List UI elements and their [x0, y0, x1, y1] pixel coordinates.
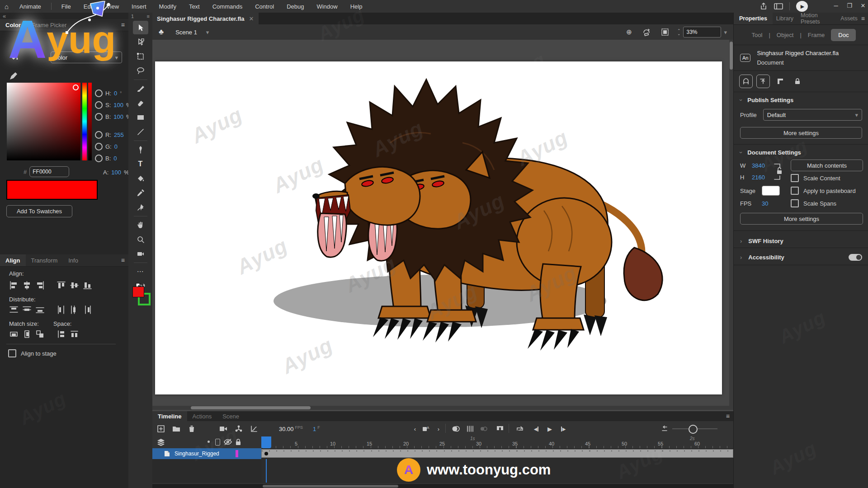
center-stage-icon[interactable]: ⊕ — [626, 28, 632, 36]
lock-layers-icon[interactable] — [235, 438, 241, 446]
new-folder-button[interactable] — [170, 423, 182, 434]
scale-content-checkbox[interactable] — [791, 174, 799, 182]
free-transform-tool[interactable] — [133, 50, 148, 63]
rulers-button[interactable] — [774, 75, 787, 88]
subtab-frame[interactable]: Frame — [802, 32, 830, 38]
distribute-left-button[interactable] — [57, 305, 66, 314]
hand-tool[interactable] — [133, 218, 148, 232]
tab-actions[interactable]: Actions — [187, 411, 217, 421]
swf-history-section[interactable]: › SWF History — [734, 234, 868, 248]
hue-slider[interactable] — [82, 83, 87, 160]
menu-commands[interactable]: Commands — [206, 0, 249, 13]
menu-control[interactable]: Control — [249, 0, 280, 13]
layer-row[interactable]: Singhasur_Rigged — [152, 448, 261, 459]
link-wh-icon[interactable] — [772, 161, 783, 182]
b2-value[interactable]: 0 — [113, 155, 117, 162]
menu-file[interactable]: File — [55, 0, 77, 13]
accessibility-section[interactable]: › Accessibility — [734, 250, 868, 264]
color-picker-cursor[interactable] — [73, 84, 79, 90]
menu-text[interactable]: Text — [183, 0, 206, 13]
g-radio[interactable] — [95, 143, 103, 150]
clip-content-icon[interactable] — [661, 28, 669, 36]
zoom-tool[interactable] — [133, 233, 148, 246]
pen-tool[interactable] — [133, 143, 148, 156]
menu-modify[interactable]: Modify — [153, 0, 183, 13]
workspace-icon[interactable] — [774, 3, 783, 10]
docsettings-collapse-chevron-icon[interactable]: › — [738, 151, 745, 153]
canvas-pasteboard[interactable] — [152, 40, 733, 411]
onion-skin-button[interactable] — [450, 423, 462, 434]
subtab-tool[interactable]: Tool — [746, 32, 768, 38]
paint-bucket-tool[interactable] — [133, 172, 148, 185]
s-value[interactable]: 100 — [113, 102, 123, 108]
distribute-bottom-button[interactable] — [35, 305, 45, 314]
menu-debug[interactable]: Debug — [280, 0, 310, 13]
stage-color-swatch[interactable] — [762, 186, 780, 196]
zoom-stepper[interactable]: ⌃⌃ — [677, 29, 681, 35]
tab-timeline[interactable]: Timeline — [152, 411, 187, 421]
align-top-button[interactable] — [57, 281, 66, 290]
distribute-right-button[interactable] — [83, 305, 92, 314]
timeline-h-scrollbar-thumb[interactable] — [263, 485, 398, 488]
menu-window[interactable]: Window — [310, 0, 344, 13]
fill-bucket-icon[interactable] — [9, 52, 19, 61]
b2-radio[interactable] — [95, 155, 103, 162]
zoom-level-input[interactable] — [683, 27, 721, 38]
canvas-v-scrollbar-thumb[interactable] — [730, 42, 733, 70]
menu-edit[interactable]: Edit — [77, 0, 100, 13]
paint-brush-tool[interactable] — [133, 82, 148, 95]
show-parenting-button[interactable] — [233, 423, 245, 434]
close-button[interactable]: ✕ — [857, 2, 868, 9]
canvas-v-scrollbar-track[interactable] — [729, 40, 733, 406]
publish-more-settings-button[interactable]: More settings — [740, 127, 862, 139]
s-radio[interactable] — [95, 101, 103, 109]
next-keyframe-button[interactable]: › — [433, 423, 444, 434]
timeline-zoom-slider-knob[interactable] — [689, 425, 698, 434]
home-icon[interactable]: ⌂ — [0, 0, 13, 13]
test-movie-button[interactable]: ▶ — [796, 1, 808, 12]
graph-editor-button[interactable] — [248, 423, 260, 434]
keyframe-dot[interactable] — [264, 452, 268, 455]
add-to-swatches-button[interactable]: Add To Swatches — [6, 205, 72, 217]
scene-name[interactable]: Scene 1 — [175, 29, 197, 36]
menu-help[interactable]: Help — [344, 0, 369, 13]
document-tab-close-icon[interactable]: ✕ — [249, 15, 254, 22]
show-all-layers-dot-icon[interactable] — [208, 441, 210, 443]
align-panel-menu-icon[interactable]: ≡ — [121, 257, 125, 264]
layer-track[interactable] — [261, 448, 733, 459]
zoom-dropdown-chevron-icon[interactable]: ▾ — [724, 29, 727, 36]
line-tool[interactable] — [133, 125, 148, 139]
b-value[interactable]: 100 — [113, 113, 123, 120]
canvas-h-scrollbar-thumb[interactable] — [191, 406, 311, 409]
subtab-doc[interactable]: Doc — [831, 29, 856, 41]
singhasur-character-artwork[interactable] — [155, 61, 722, 394]
tab-color[interactable]: Color — [0, 19, 26, 31]
frame-span[interactable] — [261, 449, 733, 458]
share-icon[interactable] — [760, 2, 768, 10]
outline-view-icon[interactable] — [215, 439, 220, 446]
loop-playback-button[interactable] — [514, 423, 526, 434]
minimize-button[interactable]: ─ — [830, 2, 842, 9]
onion-skin-outlines-button[interactable] — [464, 423, 476, 434]
properties-panel-menu-icon[interactable]: ≡ — [861, 15, 865, 22]
layer-name[interactable]: Singhasur_Rigged — [175, 450, 219, 457]
stage-width-value[interactable]: 3840 — [752, 162, 765, 169]
color-gradient-picker[interactable] — [7, 83, 80, 160]
accessibility-toggle[interactable] — [849, 254, 862, 261]
scene-dropdown-chevron-icon[interactable]: ▾ — [206, 29, 209, 36]
align-center-h-button[interactable] — [22, 281, 32, 290]
new-layer-button[interactable] — [155, 423, 167, 434]
text-tool[interactable]: T — [133, 157, 148, 171]
reset-timeline-zoom-button[interactable] — [659, 423, 670, 434]
lasso-tool[interactable] — [133, 64, 148, 78]
app-menu-animate[interactable]: Animate — [13, 0, 47, 13]
timeline-panel-menu-icon[interactable]: ≡ — [726, 413, 730, 420]
space-vertical-button[interactable] — [57, 329, 66, 339]
layer-outline-color[interactable] — [236, 450, 238, 457]
toolbar-menu-icon[interactable]: ≡ — [147, 14, 150, 19]
distribute-center-h-button[interactable] — [70, 305, 79, 314]
rectangle-tool[interactable] — [133, 111, 148, 124]
step-back-button[interactable]: ◀ — [530, 423, 542, 434]
rotate-stage-icon[interactable] — [642, 28, 651, 36]
timeline-ruler[interactable]: 1s 2s 5 10 15 20 25 30 35 40 45 50 55 60 — [261, 436, 733, 449]
